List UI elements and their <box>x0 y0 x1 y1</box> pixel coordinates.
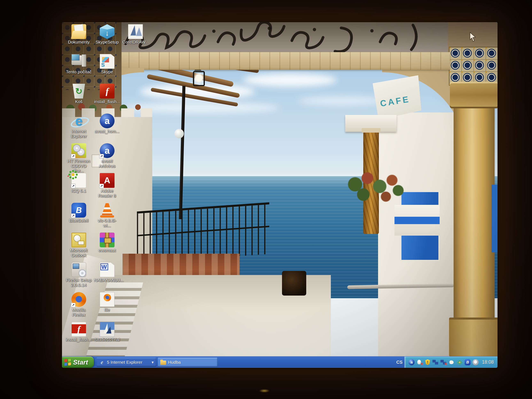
desktop-icon-microsoft-outlook[interactable]: Microsoft Outlook <box>66 233 92 258</box>
my-computer-icon <box>71 54 86 69</box>
avast-ball-icon: a <box>100 114 114 128</box>
bluetooth-icon: B <box>71 203 86 218</box>
alert-x-icon[interactable] <box>417 359 423 365</box>
desktop-icon-dokumenty[interactable]: Dokumenty <box>66 24 92 44</box>
desktop-icon-label: avast! Antivirus <box>94 159 120 168</box>
taskbar-button-hudba[interactable]: Hudba <box>158 358 217 367</box>
desktop-icon-skype[interactable]: SSkype <box>94 54 120 74</box>
desktop-icon-ht-fireman-cddvd-bur[interactable]: HT Fireman CDDVD Bur... <box>66 143 92 173</box>
word-doc-icon: W <box>100 262 114 277</box>
mouse-cursor-icon <box>469 32 477 42</box>
desktop-icon-label: Internet Explorer <box>66 129 92 139</box>
network-offline-icon[interactable] <box>440 359 447 365</box>
folder-documents-icon <box>71 24 86 39</box>
desktop-icon-avast-antivirus[interactable]: aavast! Antivirus <box>94 143 120 168</box>
vlc-cone-icon <box>100 203 114 218</box>
flash-file-icon: f <box>71 322 86 337</box>
adobe-reader-icon: A <box>100 173 114 188</box>
desktop-icon-label: SkypeSetup <box>94 40 120 44</box>
photo-reflection <box>259 389 270 393</box>
firefox-doc-icon <box>100 292 114 307</box>
desktop-icon-ko[interactable]: ↻Koš <box>66 84 92 104</box>
desktop-icon-label: Tento počítač <box>66 69 92 74</box>
taskbar-button-label: Hudba <box>168 360 215 365</box>
tray-clock[interactable]: 18:08 <box>482 359 494 365</box>
desktop-icon-ewsmaut[interactable]: ewsmaut <box>94 233 120 253</box>
desktop-icon-label: Studio10Trial <box>94 337 120 342</box>
desktop-icon-label: vlc-0.8.6i-wi... <box>94 218 120 228</box>
windows-logo-icon <box>64 359 71 366</box>
outlook-icon <box>71 233 86 247</box>
firefox-icon <box>71 292 86 307</box>
system-tray: 18:08 <box>405 356 498 368</box>
desktop-icon-label: Firefox Setup 2.0.0.14 <box>66 278 92 287</box>
desktop-icon-icq-5-1[interactable]: ICQ 5.1 <box>66 173 92 193</box>
desktop-icon-label: HT Fireman CDDVD Bur... <box>66 159 92 173</box>
moon-icon[interactable] <box>473 359 479 365</box>
desktop-icon-label: file <box>94 307 120 312</box>
avast-tray-icon[interactable] <box>408 359 415 365</box>
desktop-icon-install-flash[interactable]: finstall_flash... <box>94 84 120 104</box>
desktop-icon-install-flash[interactable]: finstall_flash... <box>66 322 92 342</box>
cd-burner-icon <box>71 143 86 158</box>
desktop-icon-nabananuj[interactable]: WNABANANUJ... <box>94 262 120 283</box>
ie-icon <box>99 359 105 365</box>
desktop-icon-label: Mozilla Firefox <box>66 307 92 317</box>
dropdown-caret-icon: ▾ <box>152 360 154 365</box>
network-icon[interactable] <box>432 359 439 365</box>
setup-box-icon: ↓ <box>100 24 114 39</box>
desktop-icon-internet-explorer[interactable]: eInternet Explorer <box>66 114 92 139</box>
desktop-icon-studio10trial[interactable]: Studio10Trial <box>94 322 120 342</box>
desktop-icon-vlc-0-8-6i-wi[interactable]: vlc-0.8.6i-wi... <box>94 203 120 228</box>
icq-icon <box>71 173 86 188</box>
wallpaper-vignette <box>62 22 498 356</box>
desktop-icon-tento-po-ta[interactable]: Tento počítač <box>66 54 92 74</box>
desktop-icon-label: Adobe Reader 8 <box>94 188 120 198</box>
desktop-icon-skypesetup[interactable]: ↓SkypeSetup <box>94 24 120 44</box>
winrar-icon <box>100 233 114 247</box>
desktop-icon-label: NABANANUJ... <box>94 278 120 283</box>
taskbar-button-label: 5 Internet Explorer <box>107 360 150 365</box>
desktop-icon-label: Dokumenty <box>66 40 92 44</box>
desktop-icon-label: install_flash... <box>94 99 120 104</box>
folder-icon <box>160 361 166 365</box>
desktop-icon-label: Microsoft Outlook <box>66 248 92 258</box>
desktop-icon-file[interactable]: file <box>94 292 120 312</box>
language-indicator[interactable]: CS <box>396 360 403 365</box>
desktop-icon-adobe-reader-8[interactable]: AAdobe Reader 8 <box>94 173 120 198</box>
start-button[interactable]: Start <box>62 356 94 368</box>
desktop[interactable]: CAFE <box>62 22 498 356</box>
recycle-bin-icon: ↻ <box>71 84 86 99</box>
security-shield-icon[interactable] <box>424 359 431 365</box>
volume-icon[interactable] <box>449 359 455 365</box>
avast-ball-icon: a <box>100 143 114 158</box>
bluetooth-tray-icon[interactable] <box>464 359 471 365</box>
skype-file-icon: S <box>100 54 114 69</box>
monitor-screen: CAFE <box>62 22 498 368</box>
desktop-icon-label: ewsmaut <box>94 248 120 253</box>
desktop-icon-coreldraw[interactable]: CorelDRAW... <box>122 24 149 44</box>
taskbar-windows: 5 Internet Explorer▾Hudba <box>97 358 217 367</box>
desktop-icon-label: CorelDRAW... <box>122 40 149 44</box>
studio-icon <box>100 322 114 337</box>
desktop-icon-label: Skype <box>94 69 120 74</box>
desktop-icon-label: install_flash... <box>66 337 92 342</box>
internet-explorer-icon: e <box>71 114 86 128</box>
flash-cube-icon: f <box>100 84 114 99</box>
start-button-label: Start <box>73 359 88 366</box>
corel-icon <box>128 24 143 39</box>
desktop-icon-label: Koš <box>66 99 92 104</box>
tray-icons <box>407 359 479 365</box>
desktop-icon-label: avast_hom... <box>94 129 120 134</box>
desktop-icon-bluesoleil[interactable]: BBlueSoleil <box>66 203 92 223</box>
desktop-icon-mozilla-firefox[interactable]: Mozilla Firefox <box>66 292 92 317</box>
desktop-icon-label: BlueSoleil <box>66 218 92 223</box>
desktop-icon-firefox-setup-2-0-0-14[interactable]: Firefox Setup 2.0.0.14 <box>66 262 92 287</box>
taskbar-button-5-internet-explorer[interactable]: 5 Internet Explorer▾ <box>97 358 156 367</box>
installer-cd-icon <box>71 262 86 277</box>
desktop-icon-label: ICQ 5.1 <box>66 188 92 193</box>
icq-flower-icon[interactable] <box>456 359 463 365</box>
taskbar: Start 5 Internet Explorer▾Hudba CS 18:08 <box>62 356 498 368</box>
desktop-icon-avast-hom[interactable]: aavast_hom... <box>94 114 120 134</box>
